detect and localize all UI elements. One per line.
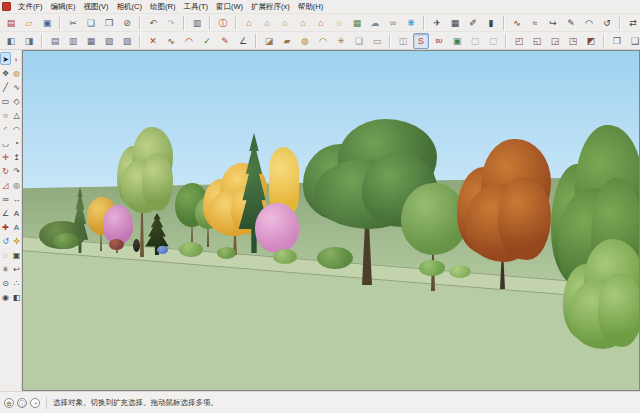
viewport-3d[interactable] <box>22 50 640 391</box>
tan-rect-icon[interactable]: ▭ <box>369 33 385 49</box>
axes-tool[interactable]: ✚ <box>0 220 11 233</box>
cut-icon[interactable]: ✂ <box>65 15 81 31</box>
select-tool[interactable]: ➤ <box>0 52 11 65</box>
rotated-rectangle-tool[interactable]: ◇ <box>11 94 22 107</box>
tree-right-front-green[interactable] <box>598 273 640 347</box>
curic-doc-1-icon[interactable]: ▤ <box>47 33 63 49</box>
previous-view-tool[interactable]: ↩ <box>11 262 22 275</box>
bezier-check-icon[interactable]: ✓ <box>199 33 215 49</box>
protractor-tool[interactable]: ∠ <box>0 206 11 219</box>
bezier-angle-icon[interactable]: ∠ <box>235 33 251 49</box>
bush-path-1[interactable] <box>179 242 203 257</box>
curve-tool-6-icon[interactable]: ↺ <box>599 15 615 31</box>
undo-icon[interactable]: ↶ <box>145 15 161 31</box>
curve-tool-2-icon[interactable]: ≈ <box>527 15 543 31</box>
get-models-icon[interactable]: ⌂ <box>277 15 293 31</box>
push-pull-tool[interactable]: ↥ <box>11 150 22 163</box>
bush-path-6[interactable] <box>449 265 471 278</box>
paste-icon[interactable]: ❒ <box>101 15 117 31</box>
walk-tool[interactable]: ∴ <box>11 276 22 289</box>
pie-tool[interactable]: ◔ <box>11 136 22 149</box>
rectangle-tool[interactable]: ▭ <box>0 94 11 107</box>
scale-tool[interactable]: ◿ <box>0 178 11 191</box>
menu-draw[interactable]: 绘图(R) <box>146 0 179 13</box>
plugin-stats-icon[interactable]: ▮ <box>483 15 499 31</box>
tail-2-icon[interactable]: ❑ <box>627 33 640 49</box>
position-camera-tool[interactable]: ⊙ <box>0 276 11 289</box>
ghost-2-icon[interactable]: ▢ <box>485 33 501 49</box>
bezier-arc-icon[interactable]: ◠ <box>181 33 197 49</box>
erase-icon[interactable]: ⊘ <box>119 15 135 31</box>
zoom-window-tool[interactable]: ▣ <box>11 248 22 261</box>
menu-edit[interactable]: 编辑(E) <box>47 0 80 13</box>
tan-round-icon[interactable]: ◍ <box>297 33 313 49</box>
curve-tool-3-icon[interactable]: ↪ <box>545 15 561 31</box>
bezier-wave-icon[interactable]: ∿ <box>163 33 179 49</box>
circle-tool[interactable]: ○ <box>0 108 11 121</box>
curic-doc-3-icon[interactable]: ▦ <box>83 33 99 49</box>
share-model-icon[interactable]: ⌂ <box>259 15 275 31</box>
orbit-tool[interactable]: ↺ <box>0 234 11 247</box>
new-file-icon[interactable]: ▤ <box>3 15 19 31</box>
3d-warehouse-icon[interactable]: ⌂ <box>241 15 257 31</box>
tan-gear-icon[interactable]: ✳ <box>333 33 349 49</box>
ghost-1-icon[interactable]: ▢ <box>467 33 483 49</box>
plugin-grid-icon[interactable]: ▦ <box>447 15 463 31</box>
tree-yellow-small-trunk[interactable] <box>100 233 102 251</box>
look-around-tool[interactable]: ◉ <box>0 290 11 303</box>
two-point-arc-tool[interactable]: ◠ <box>11 122 22 135</box>
tan-dome-icon[interactable]: ◠ <box>315 33 331 49</box>
curic-doc-5-icon[interactable]: ▨ <box>119 33 135 49</box>
tree-big-green-trunk[interactable] <box>362 223 372 285</box>
cloud-upload-icon[interactable]: ☁ <box>367 15 383 31</box>
share-component-icon[interactable]: ⌂ <box>295 15 311 31</box>
plugin-fly-icon[interactable]: ✈ <box>429 15 445 31</box>
menu-camera[interactable]: 相机(C) <box>113 0 146 13</box>
credits-icon[interactable]: ⓘ <box>17 398 27 408</box>
curve-tool-5-icon[interactable]: ◠ <box>581 15 597 31</box>
tree-tall-light-green[interactable] <box>142 153 173 211</box>
3d-text-tool[interactable]: A <box>11 220 22 233</box>
brown-comp-2-icon[interactable]: ◱ <box>529 33 545 49</box>
brown-comp-4-icon[interactable]: ◳ <box>565 33 581 49</box>
claims-icon[interactable]: ◔ <box>30 398 40 408</box>
make-component-tool[interactable]: ❖ <box>0 66 11 79</box>
text-tool[interactable]: A <box>11 206 22 219</box>
curic-doc-4-icon[interactable]: ▧ <box>101 33 117 49</box>
menu-extensions[interactable]: 扩展程序(x) <box>247 0 294 13</box>
tape-measure-tool[interactable]: ═ <box>0 192 11 205</box>
image-icon[interactable]: ▦ <box>349 15 365 31</box>
tree-tall-light-green-trunk[interactable] <box>140 209 144 257</box>
brown-comp-1-icon[interactable]: ◰ <box>511 33 527 49</box>
section-fill-icon[interactable]: ◧ <box>3 33 19 49</box>
component-gray-icon[interactable]: ◫ <box>395 33 411 49</box>
lb-green-icon[interactable]: ▣ <box>449 33 465 49</box>
bush-blue-small[interactable] <box>157 246 168 254</box>
dimension-tool[interactable]: ↔ <box>11 192 22 205</box>
curve-tool-4-icon[interactable]: ✎ <box>563 15 579 31</box>
tail-1-icon[interactable]: ❐ <box>609 33 625 49</box>
bush-path-3[interactable] <box>273 249 297 264</box>
rotate-tool[interactable]: ↻ <box>0 164 11 177</box>
tan-doc-icon[interactable]: ❏ <box>351 33 367 49</box>
bezier-x-icon[interactable]: ✕ <box>145 33 161 49</box>
copy-icon[interactable]: ❏ <box>83 15 99 31</box>
bush-left-front[interactable] <box>53 233 79 249</box>
line-tool[interactable]: ╱ <box>0 80 11 93</box>
bush-path-5[interactable] <box>419 260 445 276</box>
follow-me-tool[interactable]: ↷ <box>11 164 22 177</box>
sefaira-icon[interactable]: ❋ <box>403 15 419 31</box>
bush-path-4[interactable] <box>317 247 353 269</box>
curve-tool-1-icon[interactable]: ∿ <box>509 15 525 31</box>
freehand-tool[interactable]: ∿ <box>11 80 22 93</box>
plugin-slope-icon[interactable]: ✐ <box>465 15 481 31</box>
pan-tool[interactable]: ✜ <box>11 234 22 247</box>
zoom-extents-tool[interactable]: ✳ <box>0 262 11 275</box>
su-plugin-icon[interactable]: SU <box>431 33 447 49</box>
three-point-arc-tool[interactable]: ◡ <box>0 136 11 149</box>
save-icon[interactable]: ▣ <box>39 15 55 31</box>
eraser-tool[interactable]: ◗ <box>11 52 22 65</box>
tan-bar-icon[interactable]: ▰ <box>279 33 295 49</box>
bush-red-small[interactable] <box>109 239 124 250</box>
move-tool[interactable]: ✛ <box>0 150 11 163</box>
